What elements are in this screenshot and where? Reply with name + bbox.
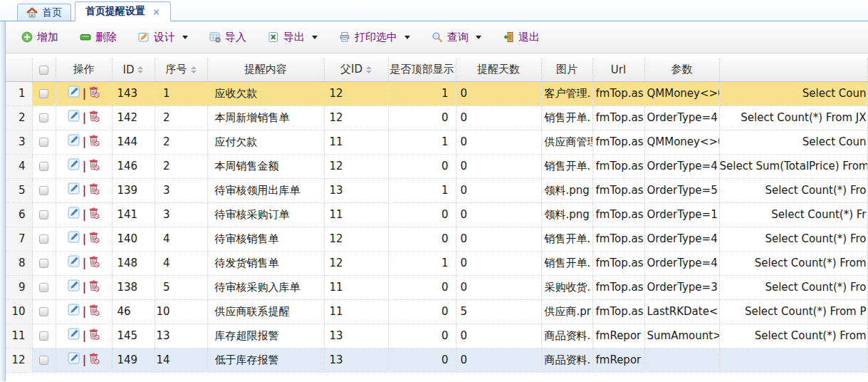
table-row[interactable]: 2|1422本周新增销售单1200销售开单.fmTop.asOrderType=… [6,105,867,130]
cell-remind_days: 0 [456,348,541,372]
cell-remind_days: 0 [456,275,541,299]
edit-icon[interactable] [68,207,80,222]
edit-icon[interactable] [68,110,80,125]
trash-icon[interactable] [88,110,100,125]
cell-sql: Select Count(*) From [719,324,867,348]
row-checkbox[interactable] [39,283,48,292]
query-button[interactable]: 查询 [432,31,481,44]
reminder-table: 操作ID序号提醒内容父ID是否顶部显示提醒天数图片Url参数 1|1431应收欠… [6,58,868,373]
cell-id: 140 [112,227,155,251]
column-header-ops[interactable]: 操作 [56,58,112,81]
collapsed-panel-strip[interactable] [0,21,6,381]
column-header-checkbox[interactable] [32,58,56,81]
trash-icon[interactable] [88,158,100,174]
column-header-content[interactable]: 提醒内容 [207,58,324,81]
edit-icon[interactable] [68,158,80,174]
table-row[interactable]: 3|1442应付欠款1110供应商管理fmTop.asQMMoney<>0Sel… [6,130,867,154]
column-header-param[interactable]: 参数 [644,58,719,81]
column-header-show_top[interactable]: 是否顶部显示 [388,58,456,81]
trash-icon[interactable] [88,231,100,247]
cell-param [644,348,719,372]
close-icon[interactable]: × [152,7,160,16]
table-row[interactable]: 9|1385待审核采购入库单1100采购收货.fmTop.asOrderType… [6,275,867,299]
cell-ops: | [56,81,112,105]
dropdown-caret-icon [404,36,410,39]
exit-button[interactable]: 退出 [503,31,540,44]
column-header-parent_id[interactable]: 父ID [324,58,388,81]
row-checkbox[interactable] [39,162,48,171]
table-row[interactable]: 5|1393待审核领用出库单1310领料.pngfmTop.asOrderTyp… [6,178,867,202]
row-checkbox[interactable] [39,307,48,316]
table-row[interactable]: 1|1431应收欠款1210客户管理.fmTop.asQMMoney<>0Sel… [6,81,867,105]
edit-icon[interactable] [68,86,80,101]
cell-ops: | [56,324,112,348]
row-checkbox[interactable] [39,89,48,98]
table-row[interactable]: 11|14513库存超限报警1300商品资料.fmReporSumAmount>… [6,324,867,348]
column-header-url[interactable]: Url [592,58,644,81]
edit-icon[interactable] [68,231,80,247]
design-icon [138,31,150,43]
cell-rownum: 4 [6,154,32,178]
tab-reminder-settings[interactable]: 首页提醒设置 × [75,1,171,21]
column-header-seq[interactable]: 序号 [155,58,207,81]
row-checkbox[interactable] [39,210,48,220]
cell-sql: Select Count(*) From JX [719,105,867,130]
cell-show_top: 0 [388,275,456,299]
trash-icon[interactable] [88,279,100,295]
row-checkbox[interactable] [39,113,48,123]
cell-rownum: 7 [6,227,32,251]
row-checkbox[interactable] [39,234,48,244]
cell-rownum: 9 [6,275,32,299]
column-header-sql[interactable] [719,58,867,81]
table-row[interactable]: 12|14914低于库存报警1300商品资料.fmRepor [6,348,867,372]
edit-icon[interactable] [68,304,80,319]
delete-button[interactable]: 删除 [80,31,117,44]
row-checkbox[interactable] [39,259,48,268]
row-checkbox[interactable] [39,331,48,341]
design-button[interactable]: 设计 [138,31,188,44]
edit-icon[interactable] [68,182,80,198]
cell-parent_id: 13 [324,348,388,372]
cell-parent_id: 11 [324,299,388,324]
trash-icon[interactable] [88,134,100,150]
cell-parent_id: 13 [324,324,388,348]
edit-icon[interactable] [68,279,80,295]
table-row[interactable]: 7|1404待审核销售单1200销售开单.fmTop.asOrderType=4… [6,227,867,251]
tab-home[interactable]: 首页 [17,4,71,21]
edit-icon[interactable] [68,134,80,150]
table-row[interactable]: 6|1413待审核采购订单1100领料.pngfmTop.asOrderType… [6,202,867,227]
table-row[interactable]: 10|4610供应商联系提醒1105供应商.prfmTop.asLastRKDa… [6,299,867,324]
column-header-image[interactable]: 图片 [541,58,592,81]
trash-icon[interactable] [88,328,100,344]
trash-icon[interactable] [88,304,100,319]
trash-icon[interactable] [88,86,100,101]
column-header-remind_days[interactable]: 提醒天数 [456,58,541,81]
select-all-checkbox[interactable] [39,66,48,75]
cell-param: OrderType=4 [644,105,719,130]
column-header-id[interactable]: ID [112,58,155,81]
edit-icon[interactable] [68,255,80,271]
edit-icon[interactable] [68,328,80,344]
ops-separator: | [83,87,86,100]
trash-icon[interactable] [88,207,100,222]
edit-icon[interactable] [68,352,80,368]
row-checkbox[interactable] [39,138,48,147]
add-button[interactable]: 增加 [21,31,58,44]
cell-rownum: 11 [6,324,32,348]
cell-param: OrderType=1 [644,202,719,227]
row-checkbox[interactable] [39,356,48,365]
export-button[interactable]: 导出 [268,31,318,44]
home-icon [26,7,38,19]
cell-checkbox [32,251,56,275]
dropdown-caret-icon [312,36,318,39]
import-button[interactable]: 导入 [209,31,246,44]
trash-icon[interactable] [88,255,100,271]
trash-icon[interactable] [88,352,100,368]
cell-show_top: 0 [388,202,456,227]
cell-url: fmTop.as [592,105,644,130]
table-row[interactable]: 8|1484待发货销售单1210销售开单.fmTop.asOrderType=4… [6,251,867,275]
table-row[interactable]: 4|1462本周销售金额1200销售开单.fmTop.asOrderType=4… [6,154,867,178]
row-checkbox[interactable] [39,186,48,195]
print-selected-button[interactable]: 打印选中 [339,31,410,44]
trash-icon[interactable] [88,182,100,198]
